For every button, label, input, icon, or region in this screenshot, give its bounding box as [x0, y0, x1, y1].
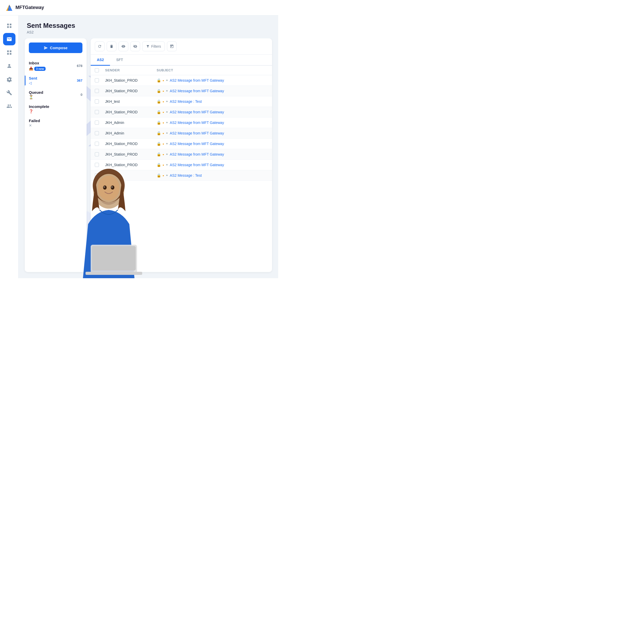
dot-icon: ●	[163, 174, 164, 177]
sidebar-item-settings[interactable]	[3, 73, 15, 86]
lock-icon: 🔒	[157, 121, 161, 125]
table-row[interactable]: JKH_Station_PROD 🔒 ● ✦ AS2 Message from …	[91, 86, 272, 96]
sidebar-item-users[interactable]	[3, 100, 15, 112]
svg-point-6	[8, 64, 10, 66]
lock-icon: 🔒	[157, 142, 161, 146]
inbox-label: Inbox	[29, 61, 77, 65]
filters-button[interactable]: Filters	[142, 41, 165, 51]
show-button[interactable]	[118, 41, 128, 51]
row-subject: AS2 Message from MFT Gateway	[170, 78, 224, 82]
select-all-checkbox[interactable]	[95, 68, 99, 72]
row-subject-cell: 🔒 ● ✦ AS2 Message from MFT Gateway	[157, 142, 268, 146]
row-select	[95, 89, 105, 93]
row-select	[95, 78, 105, 82]
calendar-button[interactable]	[167, 41, 177, 51]
compose-icon	[44, 46, 48, 50]
app-name: MFTGateway	[15, 5, 44, 10]
messages-toolbar: Filters	[91, 38, 272, 55]
row-subject-cell: 🔒 ● ✦ AS2 Message from MFT Gateway	[157, 78, 268, 82]
row-checkbox-7[interactable]	[95, 152, 99, 156]
mailbox-item-failed[interactable]: Failed ✕	[25, 116, 87, 130]
table-row[interactable]: JKH_Admin 🔒 ● ✦ AS2 Message from MFT Gat…	[91, 117, 272, 128]
svg-rect-4	[7, 26, 9, 28]
messages-tabs: AS2 SFT	[91, 55, 272, 66]
row-checkbox-9[interactable]	[95, 173, 99, 177]
tab-as2[interactable]: AS2	[91, 55, 110, 66]
mailbox-item-inbox[interactable]: Inbox 📥 3 new 678	[25, 58, 87, 73]
queued-count: 0	[81, 93, 82, 97]
refresh-button[interactable]	[95, 41, 105, 51]
table-row[interactable]: JKH_Station_PROD 🔒 ● ✦ AS2 Message from …	[91, 160, 272, 170]
row-checkbox-2[interactable]	[95, 99, 99, 104]
row-sender: JKH_test	[105, 99, 157, 104]
pin-icon: ✦	[166, 79, 168, 82]
messages-panel: Filters AS2 SFT	[91, 38, 272, 272]
row-checkbox-4[interactable]	[95, 121, 99, 125]
page-subtitle: AS2	[27, 30, 270, 34]
row-checkbox-3[interactable]	[95, 110, 99, 114]
header-select	[95, 68, 105, 72]
compose-label: Compose	[50, 46, 67, 50]
table-row[interactable]: 🔒 ● ✦ AS2 Message : Test	[91, 170, 272, 181]
row-checkbox-8[interactable]	[95, 163, 99, 167]
dot-icon: ●	[163, 164, 164, 166]
row-subject: AS2 Message : Test	[170, 99, 202, 104]
row-subject-cell: 🔒 ● ✦ AS2 Message from MFT Gateway	[157, 121, 268, 125]
header-subject: Subject	[157, 68, 268, 72]
row-checkbox-5[interactable]	[95, 131, 99, 135]
lock-icon: 🔒	[157, 110, 161, 114]
incomplete-icon: ❓	[29, 109, 82, 113]
table-row[interactable]: JKH_Admin 🔒 ● ✦ AS2 Message from MFT Gat…	[91, 128, 272, 139]
row-checkbox-6[interactable]	[95, 142, 99, 146]
table-row[interactable]: JKH_Station_PROD 🔒 ● ✦ AS2 Message from …	[91, 75, 272, 86]
row-checkbox-1[interactable]	[95, 89, 99, 93]
row-select	[95, 131, 105, 135]
dot-icon: ●	[163, 111, 164, 114]
row-sender: JKH_Station_PROD	[105, 163, 157, 167]
pin-icon: ✦	[166, 163, 168, 167]
row-sender: JKH_Admin	[105, 121, 157, 125]
row-checkbox-0[interactable]	[95, 78, 99, 82]
row-subject: AS2 Message from MFT Gateway	[170, 131, 224, 135]
svg-rect-2	[7, 24, 9, 25]
table-row[interactable]: JKH_Station_PROD 🔒 ● ✦ AS2 Message from …	[91, 139, 272, 149]
mailbox-item-incomplete[interactable]: Incomplete ❓	[25, 102, 87, 116]
sidebar-item-person[interactable]	[3, 60, 15, 72]
logo-icon	[5, 4, 13, 12]
mailbox-item-queued[interactable]: Queued ⏳ 0	[25, 88, 87, 102]
sidebar-item-messages[interactable]	[3, 33, 15, 45]
row-subject: AS2 Message from MFT Gateway	[170, 121, 224, 125]
sidebar-item-dashboard[interactable]	[3, 20, 15, 32]
delete-button[interactable]	[107, 41, 116, 51]
hide-button[interactable]	[130, 41, 140, 51]
table-row[interactable]: JKH_test 🔒 ● ✦ AS2 Message : Test	[91, 96, 272, 107]
row-subject: AS2 Message from MFT Gateway	[170, 110, 224, 114]
table-body: JKH_Station_PROD 🔒 ● ✦ AS2 Message from …	[91, 75, 272, 181]
inbox-count: 678	[77, 64, 82, 68]
table-row[interactable]: JKH_Station_PROD 🔒 ● ✦ AS2 Message from …	[91, 149, 272, 160]
pin-icon: ✦	[166, 110, 168, 114]
row-subject: AS2 Message : Test	[170, 173, 202, 177]
tab-sft[interactable]: SFT	[110, 55, 129, 66]
content-row: Compose Inbox 📥 3 new 678	[19, 38, 278, 278]
dot-icon: ●	[163, 132, 164, 135]
table-row[interactable]: JKH_Station_PROD 🔒 ● ✦ AS2 Message from …	[91, 107, 272, 117]
sidebar-icons	[0, 15, 19, 278]
dot-icon: ●	[163, 100, 164, 103]
queued-icon: ⏳	[29, 95, 81, 99]
row-subject-cell: 🔒 ● ✦ AS2 Message from MFT Gateway	[157, 89, 268, 93]
sent-icon: ◁	[29, 81, 77, 85]
dot-icon: ●	[163, 142, 164, 145]
pin-icon: ✦	[166, 89, 168, 93]
mailbox-item-sent[interactable]: Sent ◁ 367	[25, 73, 87, 88]
sidebar-item-grid[interactable]	[3, 46, 15, 59]
row-select	[95, 163, 105, 167]
filter-icon	[146, 45, 150, 48]
messages-table: Sender Subject JKH_Station_PROD 🔒 ● ✦ AS…	[91, 66, 272, 272]
lock-icon: 🔒	[157, 163, 161, 167]
top-bar: MFTGateway	[0, 0, 278, 15]
compose-button[interactable]: Compose	[29, 43, 82, 53]
row-subject: AS2 Message from MFT Gateway	[170, 152, 224, 156]
row-sender: JKH_Admin	[105, 131, 157, 135]
sidebar-item-tools[interactable]	[3, 87, 15, 99]
